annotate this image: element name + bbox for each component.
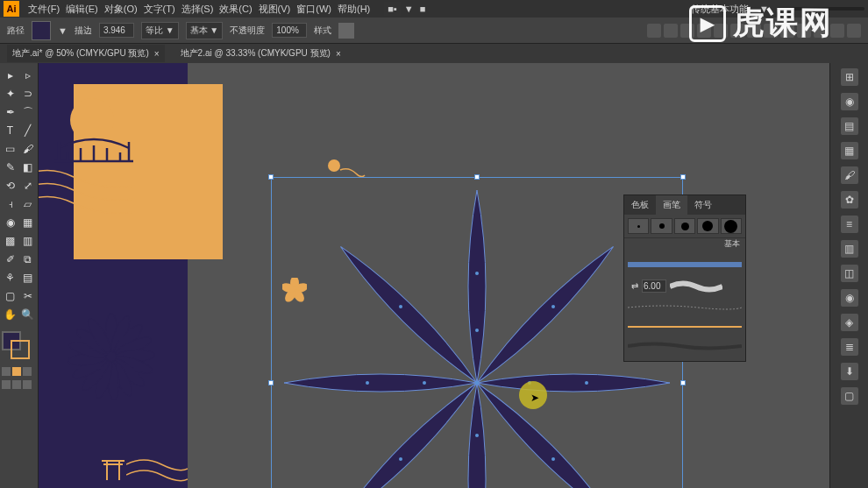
app-icon: Ai: [4, 1, 19, 17]
screen-modes[interactable]: [2, 380, 36, 389]
slice-tool[interactable]: ✂: [19, 287, 36, 305]
pen-tool[interactable]: ✒: [2, 103, 18, 121]
lasso-tool[interactable]: ⊃: [19, 85, 36, 103]
selected-flower-artwork[interactable]: [271, 177, 683, 488]
artboard-tool[interactable]: ▢: [2, 287, 18, 305]
hand-tool[interactable]: ✋: [2, 306, 18, 323]
opacity-input[interactable]: 100%: [272, 23, 307, 38]
svg-rect-36: [628, 262, 742, 267]
appearance-icon[interactable]: ◉: [841, 289, 858, 307]
free-transform-tool[interactable]: ▱: [19, 195, 36, 213]
gradient-icon[interactable]: ▥: [841, 240, 858, 258]
brushes-icon[interactable]: 🖌: [841, 166, 858, 184]
asset-export-icon[interactable]: ⬇: [841, 363, 858, 380]
magic-wand-tool[interactable]: ✦: [2, 85, 18, 103]
torii-graphic: [100, 456, 126, 482]
symbols-icon[interactable]: ✿: [841, 191, 858, 209]
graph-tool[interactable]: ▤: [19, 269, 36, 286]
menu-object[interactable]: 对象(O): [102, 1, 140, 18]
tab-doc-1[interactable]: 地产.ai* @ 50% (CMYK/GPU 预览)×: [7, 45, 165, 62]
panel-tab-symbols[interactable]: 符号: [687, 195, 719, 215]
chrysanthemum-graphic: [63, 308, 160, 405]
tab-doc-2[interactable]: 地产2.ai @ 33.33% (CMYK/GPU 预览)×: [175, 45, 346, 62]
workspace-switcher[interactable]: 传统基本功能: [688, 1, 751, 18]
basic-brush-label: 基本: [624, 237, 745, 250]
width-tool[interactable]: ⫞: [2, 195, 18, 213]
scale-tool[interactable]: ⤢: [19, 177, 36, 194]
paintbrush-tool[interactable]: 🖌: [19, 140, 36, 158]
brushes-panel[interactable]: 色板 画笔 符号 基本 ⇄: [623, 194, 746, 362]
color-icon[interactable]: ◉: [841, 93, 858, 110]
eraser-tool[interactable]: ◧: [19, 159, 36, 176]
rectangle-tool[interactable]: ▭: [2, 140, 18, 158]
brush-samples[interactable]: ⇄: [624, 250, 745, 361]
right-dock: ⊞ ◉ ▤ ▦ 🖌 ✿ ≡ ▥ ◫ ◉ ◈ ≣ ⬇ ▢: [829, 63, 868, 488]
brush-size-input[interactable]: [642, 279, 666, 293]
align-icons[interactable]: [647, 24, 861, 38]
graphic-styles-icon[interactable]: ◈: [841, 314, 858, 331]
gradient-tool[interactable]: ▥: [19, 232, 36, 250]
symbol-sprayer-tool[interactable]: ⚘: [2, 269, 18, 286]
blend-tool[interactable]: ⧉: [19, 251, 36, 268]
close-icon[interactable]: ×: [336, 49, 341, 59]
shaper-tool[interactable]: ✎: [2, 159, 18, 176]
brush-def[interactable]: 基本 ▼: [186, 22, 224, 39]
line-tool[interactable]: ╱: [19, 122, 36, 139]
selection-bbox[interactable]: [271, 177, 683, 488]
handle-tr[interactable]: [680, 174, 686, 180]
panel-tab-brushes[interactable]: 画笔: [656, 195, 687, 215]
stock-search[interactable]: [777, 7, 864, 11]
menu-select[interactable]: 选择(S): [179, 1, 217, 18]
eyedropper-tool[interactable]: ✐: [2, 251, 18, 268]
fill-stroke-picker[interactable]: [2, 331, 33, 363]
menu-edit[interactable]: 编辑(E): [63, 1, 101, 18]
selection-tool[interactable]: ▸: [2, 67, 18, 84]
stroke-color[interactable]: [11, 340, 30, 359]
canvas[interactable]: 在于奢华 在于精彩: [39, 63, 829, 488]
document-tabs: 地产.ai* @ 50% (CMYK/GPU 预览)× 地产2.ai @ 33.…: [0, 44, 868, 63]
handle-t[interactable]: [474, 174, 480, 180]
menu-effect[interactable]: 效果(C): [217, 1, 254, 18]
transparency-icon[interactable]: ◫: [841, 265, 858, 282]
curvature-tool[interactable]: ⌒: [19, 103, 36, 121]
close-icon[interactable]: ×: [154, 49, 160, 59]
swatches-icon[interactable]: ▦: [841, 142, 858, 159]
panel-tab-swatches[interactable]: 色板: [624, 195, 656, 215]
zoom-tool[interactable]: 🔍: [19, 306, 36, 323]
menu-file[interactable]: 文件(F): [25, 1, 62, 18]
control-bar: 路径 ▼ 描边 3.946 等比 ▼ 基本 ▼ 不透明度 100% 样式: [0, 18, 868, 44]
stroke-weight-input[interactable]: 3.946: [99, 23, 134, 38]
selection-label: 路径: [7, 25, 25, 37]
color-modes[interactable]: [2, 367, 36, 376]
width-profile[interactable]: 等比 ▼: [141, 22, 179, 39]
menu-bar: Ai 文件(F) 编辑(E) 对象(O) 文字(T) 选择(S) 效果(C) 视…: [0, 0, 868, 18]
calligraphic-brushes[interactable]: [624, 215, 745, 237]
stroke-icon[interactable]: ≡: [841, 216, 858, 233]
handle-r[interactable]: [680, 380, 686, 385]
fill-swatch[interactable]: [32, 21, 51, 40]
menu-window[interactable]: 窗口(W): [294, 1, 334, 18]
handle-l[interactable]: [268, 380, 274, 385]
perspective-tool[interactable]: ▦: [19, 214, 36, 231]
mesh-tool[interactable]: ▩: [2, 232, 18, 250]
style-swatch[interactable]: [338, 23, 354, 39]
menu-type[interactable]: 文字(T): [141, 1, 178, 18]
stroke-label: 描边: [75, 25, 92, 37]
artboards-icon[interactable]: ▢: [841, 387, 858, 405]
menu-help[interactable]: 帮助(H): [335, 1, 373, 18]
handle-tl[interactable]: [268, 174, 274, 180]
shape-builder-tool[interactable]: ◉: [2, 214, 18, 231]
color-guide-icon[interactable]: ▤: [841, 117, 858, 135]
rotate-tool[interactable]: ⟲: [2, 177, 18, 194]
wave-lines-2: [126, 456, 188, 488]
properties-icon[interactable]: ⊞: [841, 68, 858, 86]
layers-icon[interactable]: ≣: [841, 338, 858, 356]
artwork-poster: 在于奢华 在于精彩: [39, 63, 188, 488]
flip-icon[interactable]: ⇄: [631, 281, 638, 291]
menu-view[interactable]: 视图(V): [256, 1, 294, 18]
wave-lines-1: [39, 159, 135, 230]
type-tool[interactable]: T: [2, 122, 18, 139]
style-label: 样式: [314, 25, 331, 37]
direct-selection-tool[interactable]: ▹: [19, 67, 36, 84]
opacity-label: 不透明度: [230, 25, 265, 37]
